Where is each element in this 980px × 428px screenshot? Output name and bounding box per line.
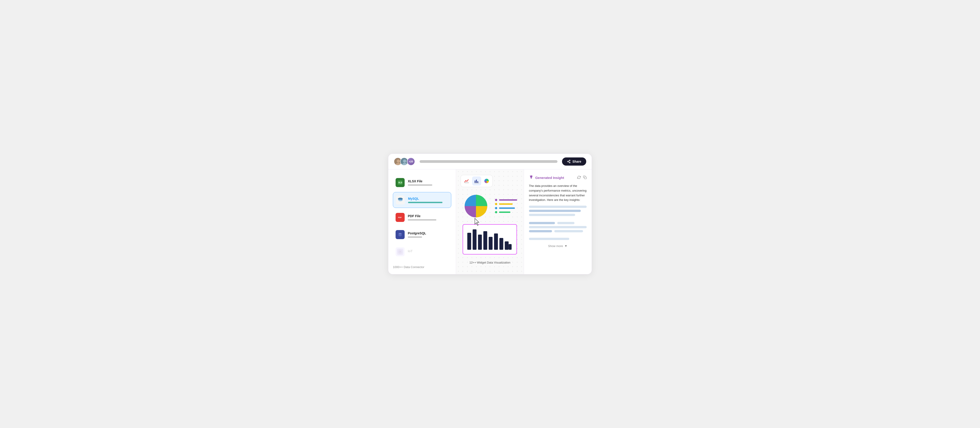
main-content: XLS XLSX File <box>388 170 592 274</box>
bar-chart-icon <box>474 178 479 184</box>
refresh-icon <box>577 176 581 179</box>
skeleton-spacer <box>529 218 587 220</box>
pie-chart-area <box>461 192 519 220</box>
iot-icon <box>396 247 405 256</box>
svg-point-4 <box>403 160 406 163</box>
xlsx-bar <box>408 184 432 186</box>
mysql-info: MySQL <box>408 197 448 203</box>
svg-rect-32 <box>494 233 498 250</box>
insight-header: Generated Insight <box>529 175 587 181</box>
skeleton-line-4 <box>529 226 587 228</box>
bar-chart-svg <box>466 228 513 251</box>
xlsx-icon: XLS <box>396 178 405 187</box>
middle-panel: 12++ Widget Data Visualization <box>456 170 524 274</box>
svg-rect-37 <box>531 178 532 179</box>
avatar-count: +20 <box>407 157 415 166</box>
svg-rect-42 <box>584 177 587 179</box>
skeleton-line-5 <box>529 238 570 240</box>
header: +20 Share <box>388 154 592 170</box>
pdf-bar <box>408 219 436 220</box>
copy-icon <box>583 176 587 179</box>
svg-rect-23 <box>475 181 476 183</box>
pie-chart-svg <box>462 192 490 220</box>
svg-rect-38 <box>531 178 531 179</box>
skeleton-row-1-a <box>529 222 555 224</box>
svg-rect-35 <box>509 244 512 250</box>
postgres-icon <box>396 230 405 239</box>
legend-bar-green <box>499 211 511 213</box>
insight-body-text: The data provides an overview of the com… <box>529 184 587 203</box>
refresh-button[interactable] <box>577 176 581 180</box>
svg-rect-27 <box>467 233 471 250</box>
mysql-bar <box>408 202 442 203</box>
right-panel: Generated Insight <box>524 170 592 274</box>
svg-point-19 <box>399 251 401 253</box>
left-panel: XLS XLSX File <box>388 170 456 274</box>
mysql-icon <box>396 195 405 204</box>
svg-text:XLS: XLS <box>398 181 402 184</box>
legend-bar-purple <box>499 199 517 201</box>
skeleton-line-1 <box>529 206 587 208</box>
svg-line-9 <box>568 162 570 162</box>
legend-bar-yellow <box>499 203 513 205</box>
svg-rect-24 <box>476 180 477 183</box>
bar-chart-container <box>463 224 517 255</box>
main-card: +20 Share XLS <box>388 154 592 274</box>
connector-item-xlsx[interactable]: XLS XLSX File <box>393 175 451 190</box>
skeleton-row-2-b <box>554 230 583 232</box>
chevron-down-icon: ▼ <box>564 244 568 248</box>
skeleton-row-2-a <box>529 230 552 232</box>
legend-item-green <box>495 211 517 213</box>
svg-point-1 <box>397 160 400 163</box>
legend-item-blue <box>495 207 517 209</box>
pie-chart-icon <box>484 178 489 184</box>
line-chart-icon <box>464 178 469 184</box>
postgres-info: PostgreSQL <box>408 231 449 238</box>
pie-chart-btn[interactable] <box>482 176 491 185</box>
pdf-info: PDF File <box>408 214 449 220</box>
skeleton-row-1 <box>529 222 587 224</box>
bar-chart-btn[interactable] <box>472 176 481 185</box>
legend-item-purple <box>495 199 517 201</box>
svg-point-36 <box>530 176 532 178</box>
legend-item-yellow <box>495 203 517 205</box>
connector-item-pdf[interactable]: PDF PDF File <box>393 210 451 225</box>
copy-button[interactable] <box>583 176 587 180</box>
svg-rect-25 <box>477 181 478 183</box>
iot-info: IoT <box>408 249 449 254</box>
bulb-icon <box>529 175 533 181</box>
insight-title-group: Generated Insight <box>529 175 564 181</box>
connector-footer-label: 1000++ Data Connector <box>393 263 451 269</box>
svg-line-10 <box>568 161 570 161</box>
svg-rect-33 <box>500 238 503 250</box>
xlsx-info: XLSX File <box>408 179 449 186</box>
svg-rect-28 <box>473 229 477 250</box>
show-more-row[interactable]: Show more ▼ <box>529 244 587 248</box>
header-bar <box>420 160 557 163</box>
insight-title: Generated Insight <box>535 176 564 180</box>
chart-selector <box>461 175 493 187</box>
bar-chart-wrapper <box>463 224 517 255</box>
skeleton-row-1-b <box>557 222 575 224</box>
svg-text:PDF: PDF <box>398 217 402 219</box>
share-button[interactable]: Share <box>562 157 586 166</box>
svg-rect-31 <box>489 237 493 250</box>
pie-legend <box>495 199 517 213</box>
svg-rect-30 <box>484 231 487 250</box>
legend-dot-green <box>495 211 497 213</box>
connector-item-postgres[interactable]: PostgreSQL <box>393 227 451 242</box>
svg-rect-34 <box>505 241 509 250</box>
postgres-bar <box>408 236 422 238</box>
chart-area: 12++ Widget Data Visualization <box>461 192 519 264</box>
connector-item-iot[interactable]: IoT <box>393 244 451 260</box>
legend-bar-blue <box>499 208 515 209</box>
connector-item-mysql[interactable]: MySQL <box>393 192 451 208</box>
insight-actions <box>577 176 587 180</box>
skeleton-line-2 <box>529 210 581 212</box>
avatar-group: +20 <box>394 157 415 166</box>
viz-footer-label: 12++ Widget Data Visualization <box>469 261 511 264</box>
svg-rect-29 <box>478 235 482 250</box>
line-chart-btn[interactable] <box>462 176 471 185</box>
legend-dot-yellow <box>495 203 497 205</box>
legend-dot-purple <box>495 199 497 201</box>
